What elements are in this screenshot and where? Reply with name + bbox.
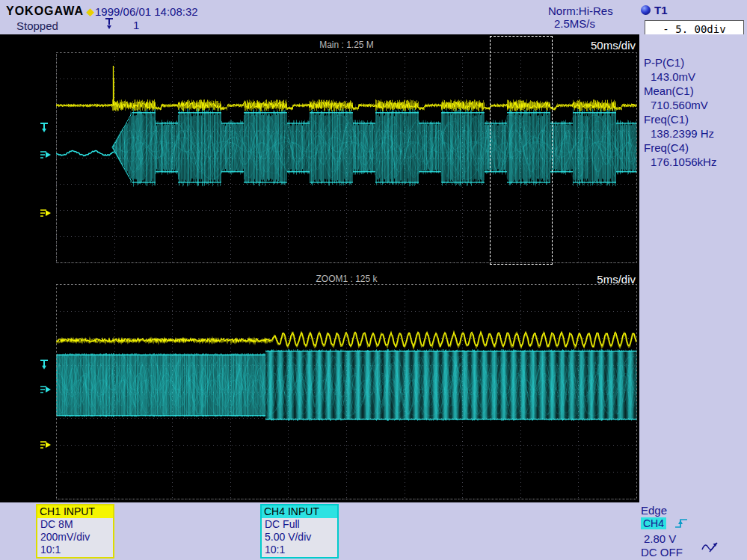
ground-marker-ch4-main[interactable]: [39, 149, 52, 162]
header-bar: YOKOGAWA◆ Stopped 1999/06/01 14:08:32 1 …: [0, 0, 747, 34]
t1-knob-icon: [641, 5, 651, 15]
measure-label: Freq(C1): [644, 112, 747, 126]
ch1-probe: 10:1: [37, 544, 113, 556]
ch1-scale: 200mV/div: [37, 531, 113, 544]
ch4-scale: 5.00 V/div: [262, 531, 337, 544]
oscilloscope-display: YOKOGAWA◆ Stopped 1999/06/01 14:08:32 1 …: [0, 0, 747, 560]
t1-label: T1: [654, 4, 668, 16]
ch4-title: CH4 INPUT: [262, 505, 337, 518]
brand-logo: YOKOGAWA◆: [6, 4, 95, 18]
channel-status-bar: CH1 INPUT DC 8M 200mV/div 10:1 CH4 INPUT…: [0, 502, 747, 560]
brand-text: YOKOGAWA: [6, 4, 84, 17]
acquisition-status: Stopped: [16, 19, 58, 32]
zoom-window-box[interactable]: [490, 36, 553, 265]
measure-label: Freq(C4): [644, 141, 747, 155]
zoom-waveform-canvas: [56, 284, 637, 499]
trigger-position-value: 1: [133, 19, 139, 31]
measure-value: 143.0mV: [644, 70, 747, 84]
datetime: 1999/06/01 14:08:32: [95, 5, 198, 18]
brand-diamond-icon: ◆: [84, 6, 95, 17]
ground-marker-ch1-zoom[interactable]: [39, 439, 52, 452]
measure-value: 176.1056kHz: [644, 155, 747, 169]
trigger-coupling: DC OFF: [641, 546, 744, 559]
ch4-input-box[interactable]: CH4 INPUT DC Full 5.00 V/div 10:1: [260, 504, 339, 559]
waveform-screen: Main : 1.25 M 50ms/div ZOOM1 : 125 k 5ms…: [0, 34, 639, 502]
hold-off-waveform-icon: [701, 538, 720, 558]
measure-value: 138.2399 Hz: [644, 126, 747, 141]
trigger-settings[interactable]: Edge CH4 2.80 V DC OFF: [641, 504, 744, 559]
trigger-level: 2.80 V: [641, 532, 744, 546]
ch1-coupling: DC 8M: [37, 518, 113, 531]
ch1-input-box[interactable]: CH1 INPUT DC 8M 200mV/div 10:1: [36, 504, 114, 559]
acquisition-mode: Norm:Hi-Res: [548, 4, 613, 17]
rising-edge-icon: [674, 519, 689, 532]
trigger-position-icon: [104, 17, 114, 34]
sample-rate: 2.5MS/s: [554, 17, 595, 30]
ground-marker-ch1-main[interactable]: [39, 207, 52, 221]
trigger-source-badge: CH4: [641, 517, 666, 529]
measure-value: 710.560mV: [644, 98, 747, 112]
measurement-sidebar: P-P(C1) 143.0mV Mean(C1) 710.560mV Freq(…: [639, 34, 747, 502]
ground-marker-ch4-zoom[interactable]: [39, 384, 52, 397]
ch1-title: CH1 INPUT: [37, 505, 113, 518]
ch4-probe: 10:1: [262, 544, 337, 556]
measure-label: Mean(C1): [644, 84, 747, 98]
trigger-level-marker-ch4-zoom[interactable]: [39, 358, 51, 373]
measure-label: P-P(C1): [644, 55, 747, 70]
trigger-mode: Edge: [641, 504, 744, 517]
ch4-coupling: DC Full: [262, 518, 337, 531]
trigger-level-marker-ch4-main[interactable]: [39, 121, 51, 136]
